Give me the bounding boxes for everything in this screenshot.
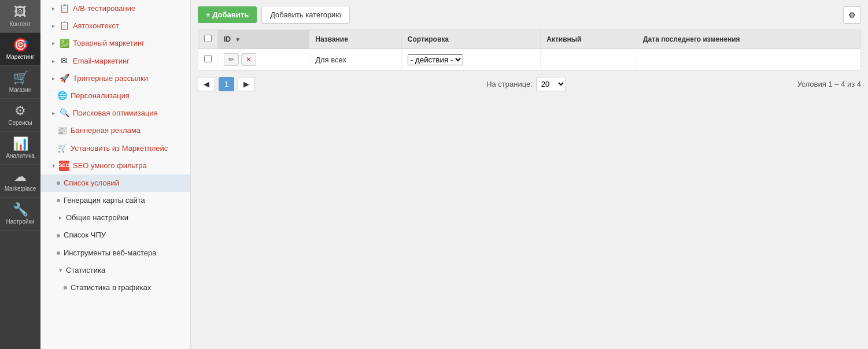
label-conditions-list: Список условий	[64, 178, 119, 188]
sidebar-item-banner-ads[interactable]: 📰Баннерная реклама	[40, 122, 190, 139]
icon-autocontext: 📋	[59, 21, 69, 31]
sidebar-item-seo-opt[interactable]: ▸🔍Поисковая оптимизация	[40, 105, 190, 122]
add-button[interactable]: + Добавить	[198, 6, 257, 23]
dot-sitemap	[57, 199, 60, 202]
row-checkbox-cell	[198, 49, 218, 70]
nav-item-settings[interactable]: 🔧 Настройки	[0, 198, 40, 231]
current-page-button[interactable]: 1	[219, 77, 234, 91]
marketplace-icon: ☁	[14, 170, 27, 183]
gear-button[interactable]: ⚙	[843, 6, 861, 24]
label-trigger-mailings: Триггерные рассылки	[73, 73, 148, 84]
sidebar-item-seo-smart-filter[interactable]: ▾SEOSEO умного фильтра	[40, 157, 190, 174]
settings-icon: 🔧	[13, 203, 28, 216]
sidebar-item-webmaster-tools[interactable]: Инструменты веб-мастера	[40, 244, 190, 262]
row-name-cell: Для всех	[309, 49, 402, 70]
label-email-marketing: Email-маркетинг	[73, 56, 130, 66]
label-banner-ads: Баннерная реклама	[71, 125, 141, 136]
column-id-label: ID	[224, 35, 231, 43]
column-id[interactable]: ID ▼	[218, 30, 309, 49]
label-seo-smart-filter: SEO умного фильтра	[73, 161, 147, 171]
arrow-email-marketing: ▸	[50, 58, 57, 65]
per-page-label: На странице:	[486, 80, 533, 88]
column-active[interactable]: Активный	[541, 30, 637, 49]
nav-label-settings: Настройки	[6, 218, 34, 225]
icon-email-marketing: ✉	[59, 56, 69, 66]
label-sitemap: Генерация карты сайта	[64, 195, 145, 206]
conditions-table: ID ▼ Название Сортировка Активный Дата п…	[198, 30, 860, 70]
row-checkbox[interactable]	[204, 55, 212, 62]
table-header: ID ▼ Название Сортировка Активный Дата п…	[198, 30, 860, 49]
row-name-value: Для всех	[315, 55, 346, 64]
label-statistics: Статистика	[66, 265, 105, 276]
label-personalization: Персонализация	[71, 91, 130, 101]
select-all-header[interactable]	[198, 30, 218, 49]
sidebar-item-ab-testing[interactable]: ▸📋А/В-тестирование	[40, 0, 190, 17]
row-actions-select[interactable]: - действия - Удалить	[408, 54, 463, 65]
icon-product-marketing: 💹	[59, 38, 69, 49]
nav-label-services: Сервисы	[8, 120, 32, 127]
next-page-button[interactable]: ▶	[238, 77, 255, 91]
nav-item-content[interactable]: 🖼 Контент	[0, 0, 40, 33]
nav-item-marketing[interactable]: 🎯 Маркетинг	[0, 33, 40, 66]
sidebar-item-cpu-list[interactable]: Список ЧПУ	[40, 227, 190, 244]
prev-page-button[interactable]: ◀	[198, 77, 215, 91]
nav-item-shop[interactable]: 🛒 Магазин	[0, 66, 40, 99]
sidebar-item-email-marketing[interactable]: ▸✉Email-маркетинг	[40, 53, 190, 70]
label-stats-charts: Статистика в графиках	[71, 283, 151, 293]
dot-cpu-list	[57, 234, 60, 237]
label-webmaster-tools: Инструменты веб-мастера	[64, 248, 156, 258]
label-ab-testing: А/В-тестирование	[73, 3, 135, 14]
arrow-general-settings: ▸	[57, 214, 64, 221]
arrow-product-marketing: ▸	[50, 40, 57, 47]
table-header-row: ID ▼ Название Сортировка Активный Дата п…	[198, 30, 860, 49]
nav-label-marketing: Маркетинг	[6, 54, 35, 61]
sidebar-item-sitemap[interactable]: Генерация карты сайта	[40, 192, 190, 209]
column-last-modified[interactable]: Дата последнего изменения	[637, 30, 860, 49]
nav-label-marketplace: Marketplace	[5, 185, 36, 192]
sidebar-item-general-settings[interactable]: ▸Общие настройки	[40, 209, 190, 227]
sidebar-item-install-marketplace[interactable]: 🛒Установить из Маркетплейс	[40, 140, 190, 157]
select-all-checkbox[interactable]	[204, 35, 212, 42]
sidebar-item-stats-charts[interactable]: Статистика в графиках	[40, 279, 190, 296]
row-delete-button[interactable]: ✕	[241, 53, 256, 66]
content-icon: 🖼	[14, 6, 27, 18]
row-id-cell: ✏ ✕	[218, 49, 309, 70]
table-body: ✏ ✕ Для всех - действия - Удалить	[198, 49, 860, 70]
data-table-container: ID ▼ Название Сортировка Активный Дата п…	[198, 29, 861, 71]
label-install-marketplace: Установить из Маркетплейс	[71, 143, 168, 154]
dot-conditions-list	[57, 181, 60, 185]
marketing-icon: 🎯	[13, 39, 28, 51]
icon-seo-smart-filter: SEO	[59, 161, 69, 171]
sidebar-item-autocontext[interactable]: ▸📋Автоконтекст	[40, 17, 190, 35]
per-page-select[interactable]: 20 50 100	[536, 77, 566, 91]
icon-install-marketplace: 🛒	[57, 143, 67, 154]
row-last-modified-cell	[637, 49, 860, 70]
column-sort-label: Сортировка	[408, 35, 449, 43]
arrow-autocontext: ▸	[50, 23, 57, 29]
nav-label-analytics: Аналитика	[6, 153, 35, 159]
sort-icon: ▼	[235, 36, 241, 43]
label-seo-opt: Поисковая оптимизация	[73, 108, 158, 118]
sidebar-item-personalization[interactable]: 🌐Персонализация	[40, 87, 190, 105]
arrow-seo-smart-filter: ▾	[50, 162, 57, 169]
icon-ab-testing: 📋	[59, 3, 69, 14]
row-actions: ✏ ✕	[224, 53, 303, 66]
dot-webmaster-tools	[57, 251, 60, 255]
nav-item-services[interactable]: ⚙ Сервисы	[0, 99, 40, 132]
total-label: Условия 1 – 4 из 4	[797, 80, 861, 88]
sidebar-item-statistics[interactable]: ▾Статистика	[40, 262, 190, 279]
sidebar-item-product-marketing[interactable]: ▸💹Товарный маркетинг	[40, 35, 190, 52]
analytics-icon: 📊	[13, 138, 28, 150]
nav-item-marketplace[interactable]: ☁ Marketplace	[0, 165, 40, 198]
row-sort-cell: - действия - Удалить	[401, 49, 540, 70]
sidebar-item-conditions-list[interactable]: Список условий	[40, 174, 190, 192]
nav-label-shop: Магазин	[9, 87, 32, 94]
column-sort[interactable]: Сортировка	[401, 30, 540, 49]
nav-label-content: Контент	[9, 21, 31, 28]
column-name[interactable]: Название	[309, 30, 402, 49]
sidebar-item-trigger-mailings[interactable]: ▸🚀Триггерные рассылки	[40, 70, 190, 87]
nav-item-analytics[interactable]: 📊 Аналитика	[0, 132, 40, 165]
row-edit-button[interactable]: ✏	[224, 53, 239, 66]
column-last-modified-label: Дата последнего изменения	[643, 35, 740, 43]
add-category-button[interactable]: Добавить категорию	[261, 6, 350, 24]
